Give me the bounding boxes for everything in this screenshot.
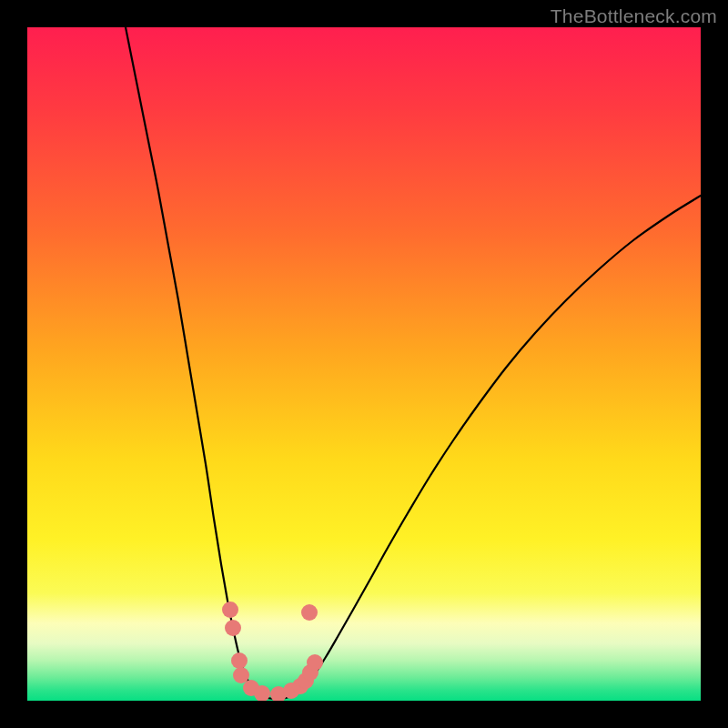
plot-area xyxy=(27,27,701,701)
marker-group_left-0 xyxy=(222,602,238,618)
marker-group_left-2 xyxy=(231,652,248,669)
marker-group_left-1 xyxy=(225,620,241,636)
chart-frame: TheBottleneck.com xyxy=(0,0,728,728)
marker-group_right-5 xyxy=(307,654,323,671)
marker-group_left-3 xyxy=(233,667,249,683)
watermark-text: TheBottleneck.com xyxy=(551,5,717,27)
gradient-bg xyxy=(27,27,701,701)
marker-group_right-6 xyxy=(301,604,318,621)
chart-svg xyxy=(27,27,701,701)
